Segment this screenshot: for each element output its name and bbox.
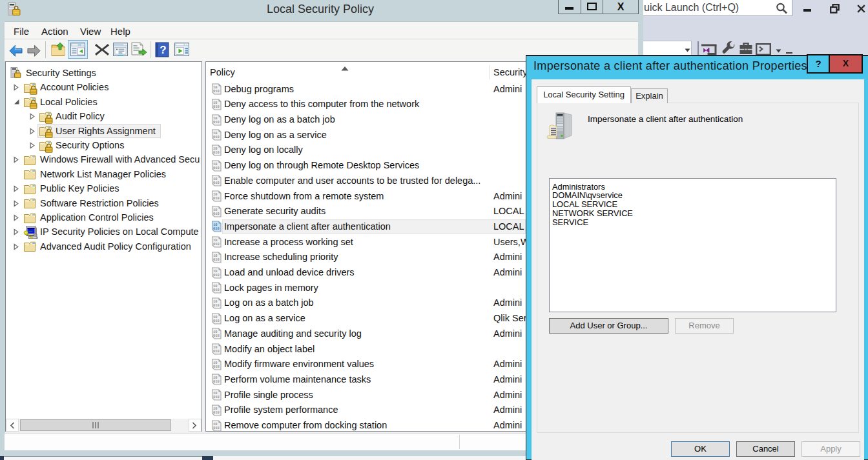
svg-text:10: 10 [213,406,217,410]
svg-text:10: 10 [213,208,217,212]
svg-text:010: 010 [213,151,220,155]
svg-text:10: 10 [213,376,217,380]
svg-text:10: 10 [213,162,217,166]
svg-text:010: 010 [213,135,220,139]
svg-text:10: 10 [213,299,217,303]
svg-text:10: 10 [213,285,217,288]
svg-text:010: 010 [213,288,220,292]
svg-text:10: 10 [213,361,217,365]
svg-text:010: 010 [213,181,220,185]
svg-text:010: 010 [213,426,220,430]
svg-text:10: 10 [213,223,217,227]
svg-text:10: 10 [213,132,217,135]
svg-text:10: 10 [213,177,217,181]
svg-text:010: 010 [213,350,220,354]
svg-text:010: 010 [213,258,220,262]
svg-text:10: 10 [213,239,217,243]
svg-text:010: 010 [213,243,220,246]
svg-text:10: 10 [213,269,217,273]
svg-text:010: 010 [213,90,220,94]
svg-text:010: 010 [213,411,220,415]
svg-text:10: 10 [213,116,217,120]
svg-text:010: 010 [213,105,220,109]
svg-text:010: 010 [213,365,220,369]
svg-text:10: 10 [213,101,217,105]
svg-text:010: 010 [213,228,220,232]
svg-text:010: 010 [213,381,220,385]
svg-text:10: 10 [213,330,217,334]
svg-text:010: 010 [213,274,220,277]
svg-text:010: 010 [213,121,220,125]
svg-text:010: 010 [213,334,220,338]
svg-text:010: 010 [213,212,220,216]
svg-text:10: 10 [213,422,217,426]
svg-text:10: 10 [213,315,217,319]
svg-text:10: 10 [213,193,217,197]
svg-text:10: 10 [213,86,217,90]
svg-text:010: 010 [213,304,220,308]
svg-text:10: 10 [213,146,217,150]
svg-text:010: 010 [213,197,220,201]
svg-text:010: 010 [213,319,220,323]
svg-text:010: 010 [213,166,220,170]
svg-text:010: 010 [213,395,220,399]
svg-text:10: 10 [213,392,217,395]
svg-text:10: 10 [213,254,217,257]
svg-text:10: 10 [213,346,217,350]
